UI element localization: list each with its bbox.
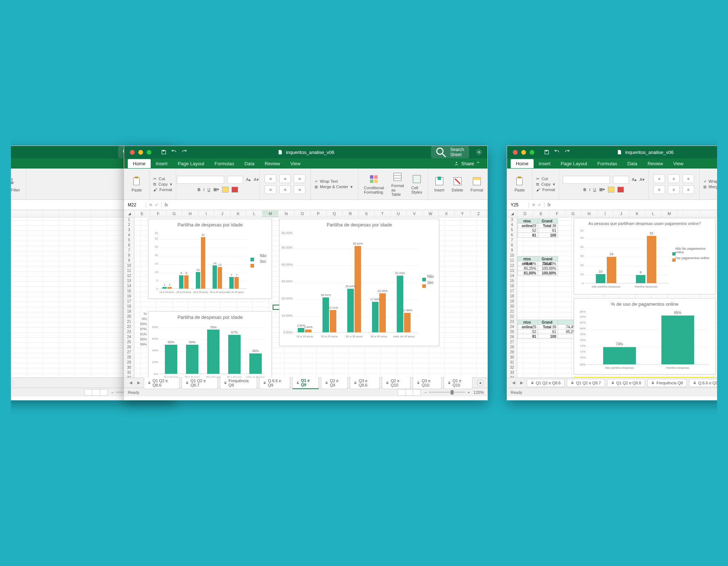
font-color[interactable] (232, 187, 238, 193)
sheet-tab[interactable]: Q3 e Q10 (413, 377, 442, 389)
traffic-lights[interactable] (507, 150, 540, 155)
copy-button[interactable]: ⧉ Copy ▾ (153, 182, 172, 187)
font-size[interactable] (227, 176, 243, 184)
cancel-icon[interactable]: ✕ (149, 202, 153, 207)
format-painter-button[interactable]: 🖌 Format (536, 187, 555, 192)
font-select[interactable] (177, 176, 224, 184)
tab-review[interactable]: Review (642, 159, 668, 168)
sheet-tab[interactable]: Q2 e Q10 (382, 377, 411, 389)
bold-button[interactable]: B (198, 187, 201, 192)
sheet-tab[interactable]: Frequência Q8 (647, 379, 687, 387)
nav-next[interactable]: ▶ (519, 380, 525, 385)
merge-button[interactable]: ⊞ Merge & Center ▾ (703, 185, 717, 189)
font-grow[interactable]: A▴ (246, 177, 251, 182)
redo-icon[interactable] (564, 149, 570, 155)
wrap-button[interactable]: ⤶ Wrap Text (703, 179, 717, 184)
underline-button[interactable]: U (593, 187, 596, 192)
align-center[interactable]: ≡ (279, 185, 291, 194)
sheet-tab[interactable]: Q1 Q2 e Q8.7 (567, 379, 605, 387)
nav-next[interactable]: ▶ (136, 380, 142, 385)
as-table-button[interactable]: Format as Table (389, 170, 406, 198)
fill-color[interactable] (222, 187, 229, 193)
merge-button[interactable]: ⊞ Merge & Center ▾ (314, 185, 353, 189)
chart-online-pct[interactable]: % de uso de pagamentos online 68%70%72%7… (574, 298, 716, 375)
view-buttons[interactable] (398, 389, 421, 396)
chart-single-pct[interactable]: Partilha de despesas por idade 0%20%40%6… (148, 311, 272, 377)
tab-view[interactable]: View (285, 159, 306, 168)
undo-icon[interactable] (171, 149, 177, 155)
font-select[interactable] (563, 176, 610, 184)
italic-button[interactable]: I (203, 187, 205, 192)
align-left[interactable]: ≡ (265, 185, 276, 194)
cut-button[interactable]: ✂ Cut (153, 177, 165, 181)
undo-icon[interactable] (554, 149, 560, 155)
italic-button[interactable]: I (589, 187, 590, 192)
sheet-tab[interactable]: Q1 Q2 e Q8.7 (182, 377, 217, 389)
underline-button[interactable]: U (207, 187, 210, 192)
sheet-tab[interactable]: Q.6.6 e Q9 (689, 379, 717, 387)
grid[interactable]: ◢ EFGHI JKLMN OPQRS TUVWX YZ 12345678910… (124, 210, 487, 377)
border-button[interactable]: ▦▾ (599, 187, 605, 192)
sheet-tab[interactable]: Q1 e Q10 (444, 377, 472, 389)
formula-bar[interactable]: M22 ✕✓ fx (124, 200, 487, 210)
cond-format-button[interactable]: Conditional Formatting (362, 173, 386, 196)
align-mid[interactable]: ≡ (279, 174, 291, 183)
tab-home[interactable]: Home (128, 159, 151, 168)
tab-page-layout[interactable]: Page Layout (173, 159, 209, 168)
paste-button[interactable]: Paste (512, 175, 527, 194)
quick-access-toolbar[interactable] (544, 149, 570, 155)
sheet-tab[interactable]: Q1 e Q9 (292, 376, 319, 389)
format-painter-button[interactable]: 🖌 Format (153, 187, 172, 192)
tab-data[interactable]: Data (622, 159, 642, 168)
chart-counts[interactable]: Partilha de despesas por idade 051015202… (148, 219, 272, 299)
font-color[interactable] (617, 187, 624, 193)
align-bot[interactable]: ≡ (294, 174, 305, 183)
wrap-button[interactable]: ⤶ Wrap Text (314, 179, 338, 184)
sheet-tab[interactable]: Q2 e Q9 (321, 377, 348, 389)
zoom-control[interactable]: − + (424, 390, 470, 395)
chart-grouped-pct[interactable]: Partilha de despesas por idade 0.00%10.0… (279, 219, 439, 346)
tab-insert[interactable]: Insert (151, 159, 173, 168)
tab-home[interactable]: Home (511, 159, 534, 168)
quick-access-toolbar[interactable] (161, 149, 187, 155)
view-buttons[interactable] (85, 389, 108, 396)
chart-online-grouped[interactable]: As pessoas que partilham despesas usam p… (574, 218, 716, 294)
tab-formulas[interactable]: Formulas (592, 159, 622, 168)
align-top[interactable]: ≡ (653, 174, 665, 183)
align-right[interactable]: ≡ (294, 185, 305, 194)
tab-page-layout[interactable]: Page Layout (555, 159, 592, 168)
save-icon[interactable] (161, 149, 167, 155)
tab-insert[interactable]: Insert (534, 159, 556, 168)
sheet-tab[interactable]: Q.6.6 e Q9 (259, 377, 290, 389)
font-grow[interactable]: A▴ (632, 177, 637, 182)
font-size[interactable] (613, 176, 629, 184)
fill-color[interactable] (608, 187, 614, 193)
tab-formulas[interactable]: Formulas (209, 159, 239, 168)
font-shrink[interactable]: A▾ (640, 177, 644, 182)
sheet-tab[interactable]: Frequência Q8 (220, 377, 257, 389)
align-mid[interactable]: ≡ (668, 174, 680, 183)
delete-button[interactable]: Delete (450, 175, 466, 194)
cell-styles-button[interactable]: Cell Styles (409, 173, 424, 196)
font-shrink[interactable]: A▾ (254, 177, 258, 182)
align-right[interactable]: ≡ (682, 185, 694, 194)
formula-bar[interactable]: Y25 ✕✓ fx (507, 200, 717, 210)
bold-button[interactable]: B (583, 187, 586, 192)
sheet-tab[interactable]: Q3 e Q8.6 (350, 377, 380, 389)
insert-button[interactable]: Insert (432, 175, 447, 194)
save-icon[interactable] (544, 149, 550, 155)
sheet-tab[interactable]: Q1 Q2 e Q8.6 (144, 377, 179, 389)
nav-prev[interactable]: ◀ (511, 380, 517, 385)
gear-icon[interactable] (476, 149, 482, 155)
format-button[interactable]: Format (468, 175, 485, 194)
align-left[interactable]: ≡ (653, 185, 665, 194)
align-bot[interactable]: ≡ (682, 174, 694, 183)
cut-button[interactable]: ✂ Cut (536, 177, 548, 181)
sort-button[interactable]: AZ Sort & Filter (11, 175, 22, 194)
add-sheet-button[interactable]: + (477, 379, 484, 387)
name-box[interactable]: M22 (124, 202, 146, 207)
enter-icon[interactable]: ✓ (155, 202, 158, 207)
nav-prev[interactable]: ◀ (128, 380, 134, 385)
paste-button[interactable]: Paste (129, 175, 144, 194)
sheet-tab[interactable]: Q1 Q2 e Q8.6 (527, 379, 565, 387)
